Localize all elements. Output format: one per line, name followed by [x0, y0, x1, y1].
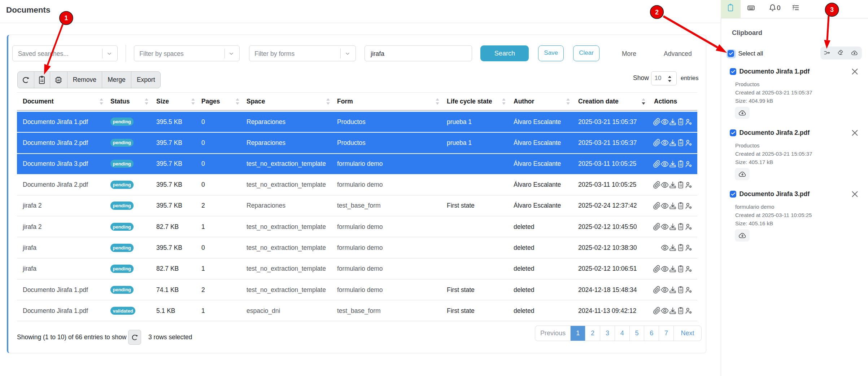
- svg-text:3: 3: [830, 6, 834, 13]
- svg-text:1: 1: [65, 14, 68, 22]
- svg-text:2: 2: [655, 9, 659, 16]
